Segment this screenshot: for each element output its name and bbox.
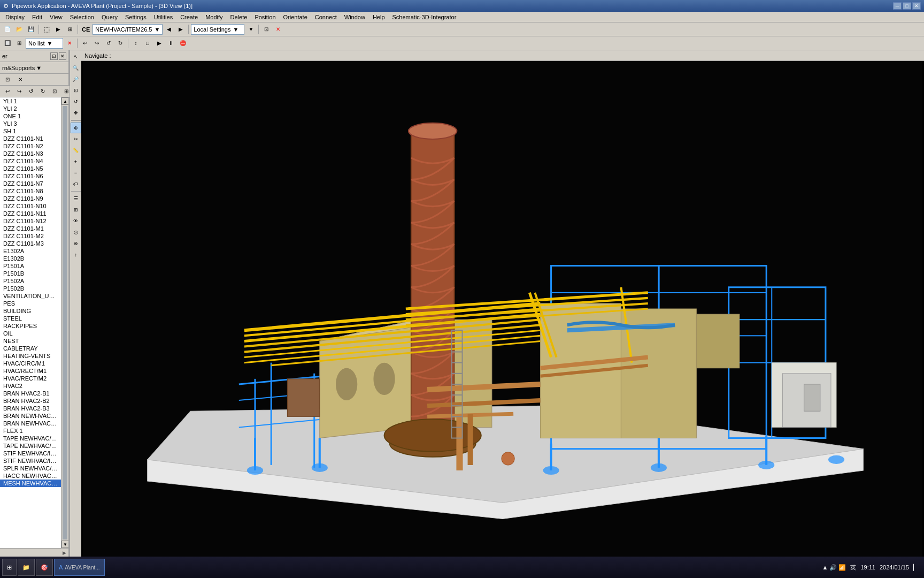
nav-forward[interactable]: ▶ — [175, 24, 186, 35]
tb-btn1[interactable]: ⬚ — [41, 24, 52, 35]
tb2-icon4[interactable]: ↪ — [91, 38, 102, 49]
tb-open[interactable]: 📂 — [14, 24, 25, 35]
tree-item[interactable]: DZZ C1101-N8 — [0, 187, 61, 195]
tree-list[interactable]: YLI 1YLI 2ONE 1YLI 3SH 1DZZ C1101-N1DZZ … — [0, 97, 61, 548]
taskbar-start[interactable]: ⊞ — [2, 559, 17, 576]
side-btn-fit[interactable]: ⊡ — [71, 85, 81, 96]
list-tb-icon5[interactable]: ⊡ — [49, 86, 60, 97]
tree-item[interactable]: DZZ C1101-N7 — [0, 180, 61, 187]
tree-item[interactable]: STIF NEWHVAC/ITEM26.1 — [0, 457, 61, 465]
tree-item[interactable]: OIL — [0, 330, 61, 337]
tree-item[interactable]: SH 1 — [0, 127, 61, 135]
tb-dropdown2[interactable]: ▼ — [245, 24, 256, 35]
tree-item[interactable]: DZZ C1101-N3 — [0, 150, 61, 157]
menu-view[interactable]: View — [47, 13, 66, 21]
tree-item[interactable]: YLI 3 — [0, 120, 61, 127]
tree-item[interactable]: DZZ C1101-M3 — [0, 240, 61, 247]
close-button[interactable]: ✕ — [912, 2, 921, 10]
tree-item[interactable]: BUILDING — [0, 307, 61, 315]
tree-item[interactable]: DZZ C1101-N6 — [0, 172, 61, 180]
maximize-button[interactable]: □ — [903, 2, 911, 10]
tree-item[interactable]: DZZ C1101-N9 — [0, 195, 61, 202]
tb2-icon10[interactable]: ⏸ — [166, 38, 176, 49]
tb2-icon7[interactable]: ↕ — [130, 38, 141, 49]
tree-item[interactable]: P1502B — [0, 285, 61, 292]
tb-btn3[interactable]: ⊞ — [65, 24, 75, 35]
title-bar-controls[interactable]: ─ □ ✕ — [893, 2, 921, 10]
side-btn-minus[interactable]: − — [71, 168, 81, 178]
side-btn-rotate[interactable]: ↺ — [71, 96, 81, 107]
menu-display[interactable]: Display — [2, 13, 28, 21]
list-tb-icon1[interactable]: ↩ — [2, 86, 13, 97]
tree-item[interactable]: VENTILATION_UNIT1 — [0, 292, 61, 300]
tb2-icon1[interactable]: 🔲 — [2, 38, 13, 49]
taskbar-app1[interactable]: 🎯 — [36, 559, 53, 576]
tree-item[interactable]: NEST — [0, 337, 61, 345]
side-btn-list[interactable]: ☰ — [71, 193, 81, 204]
menu-modify[interactable]: Modify — [202, 13, 226, 21]
tree-item[interactable]: HACC NEWHVAC/ITEM26. — [0, 472, 61, 480]
scroll-up[interactable]: ▲ — [61, 97, 68, 105]
side-btn-cursor[interactable]: ↖ — [71, 51, 81, 62]
list-dropdown[interactable]: No list ▼ — [26, 38, 63, 49]
tree-item[interactable]: P1501A — [0, 262, 61, 270]
nav-back[interactable]: ◀ — [164, 24, 174, 35]
local-settings-dropdown[interactable]: Local Settings ▼ — [191, 24, 244, 35]
tree-item[interactable]: HEATING-VENTS — [0, 352, 61, 360]
tree-item[interactable]: YLI 1 — [0, 97, 61, 105]
tree-item[interactable]: DZZ C1101-N11 — [0, 210, 61, 217]
list-tb-icon3[interactable]: ↺ — [26, 86, 36, 97]
tree-item[interactable]: BRAN HVAC2-B2 — [0, 397, 61, 405]
taskbar-explorer[interactable]: 📁 — [18, 559, 35, 576]
tree-item[interactable]: DZZ C1101-N5 — [0, 165, 61, 172]
tree-item[interactable]: HVAC/RECT/M2 — [0, 375, 61, 382]
tree-item[interactable]: E1302B — [0, 255, 61, 262]
tree-item[interactable]: DZZ C1101-M2 — [0, 232, 61, 240]
tree-item[interactable]: PES — [0, 300, 61, 307]
side-btn-zoom-in[interactable]: 🔍 — [71, 63, 81, 73]
menu-delete[interactable]: Delete — [227, 13, 251, 21]
tree-item[interactable]: ONE 1 — [0, 112, 61, 120]
menu-query[interactable]: Query — [98, 13, 121, 21]
panel-header-controls[interactable]: ⊡ ✕ — [50, 52, 66, 60]
tree-item[interactable]: STEEL — [0, 315, 61, 322]
tree-item[interactable]: STIF NEWHVAC/ITEM26. — [0, 450, 61, 457]
side-btn-grid[interactable]: ⊞ — [71, 204, 81, 215]
tree-item[interactable]: DZZ C1101-N1 — [0, 135, 61, 142]
tb2-icon3[interactable]: ↩ — [80, 38, 90, 49]
scroll-thumb[interactable] — [63, 106, 67, 539]
menu-schematic[interactable]: Schematic-3D-Integrator — [389, 13, 460, 21]
menu-selection[interactable]: Selection — [67, 13, 97, 21]
list-icon2[interactable]: ✕ — [15, 74, 26, 85]
tb-icon1[interactable]: ⊡ — [261, 24, 272, 35]
menu-edit[interactable]: Edit — [29, 13, 45, 21]
menu-help[interactable]: Help — [369, 13, 388, 21]
tb-close[interactable]: ✕ — [273, 24, 283, 35]
side-btn-layers[interactable]: ⊗ — [71, 238, 81, 249]
tree-item[interactable]: BRAN NEWHVACB2 — [0, 420, 61, 427]
tb2-icon9[interactable]: ▶ — [154, 38, 165, 49]
tree-scrollbar[interactable]: ▲ ▼ — [61, 97, 68, 548]
side-btn-arrow[interactable]: ↕ — [71, 249, 81, 260]
menu-utilities[interactable]: Utilities — [151, 13, 176, 21]
side-btn-eye2[interactable]: ◎ — [71, 227, 81, 238]
side-btn-add[interactable]: + — [71, 156, 81, 167]
tree-item[interactable]: E1302A — [0, 247, 61, 255]
tb2-icon2[interactable]: ⊞ — [14, 38, 25, 49]
tree-item[interactable]: BRAN NEWHVACB1.1.1 — [0, 412, 61, 420]
tree-item[interactable]: HVAC/CIRC/M1 — [0, 360, 61, 367]
side-btn-active1[interactable]: ⊕ — [71, 123, 81, 133]
tb2-icon8[interactable]: □ — [142, 38, 153, 49]
scroll-down[interactable]: ▼ — [61, 541, 68, 548]
tb-new[interactable]: 📄 — [2, 24, 13, 35]
tree-item[interactable]: YLI 2 — [0, 105, 61, 112]
list-icon1[interactable]: ⊡ — [2, 74, 13, 85]
side-btn-measure[interactable]: 📏 — [71, 145, 81, 156]
tree-item[interactable]: FLEX 1 — [0, 427, 61, 435]
menu-window[interactable]: Window — [341, 13, 368, 21]
panel-close-button[interactable]: ✕ — [59, 52, 66, 60]
tree-item[interactable]: HVAC2 — [0, 382, 61, 390]
tb2-icon5[interactable]: ↺ — [103, 38, 114, 49]
tree-item[interactable]: TAPE NEWHVAC/ITEM26. — [0, 442, 61, 450]
list-tb-icon2[interactable]: ↪ — [14, 86, 25, 97]
